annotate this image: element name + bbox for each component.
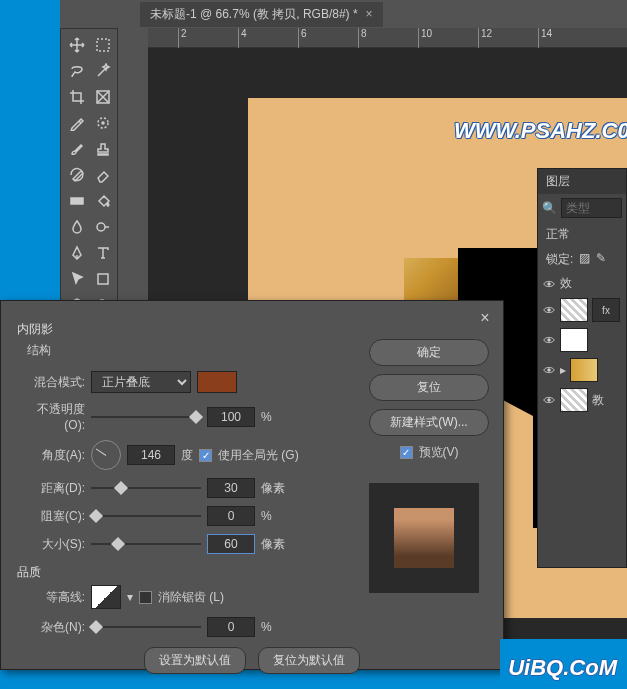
pen-tool-icon[interactable] (65, 241, 89, 265)
brush-tool-icon[interactable] (65, 137, 89, 161)
expand-icon[interactable]: ▸ (560, 363, 566, 377)
layer-row[interactable] (538, 325, 626, 355)
stamp-tool-icon[interactable] (91, 137, 115, 161)
angle-input[interactable] (127, 445, 175, 465)
reset-default-button[interactable]: 复位为默认值 (258, 647, 360, 674)
global-light-checkbox[interactable] (199, 449, 212, 462)
move-tool-icon[interactable] (65, 33, 89, 57)
lasso-tool-icon[interactable] (65, 59, 89, 83)
px-unit: 像素 (261, 536, 285, 553)
ruler-tick: 12 (478, 28, 492, 48)
history-brush-icon[interactable] (65, 163, 89, 187)
search-icon[interactable]: 🔍 (542, 201, 557, 215)
percent-unit: % (261, 620, 272, 634)
angle-label: 角度(A): (17, 447, 85, 464)
healing-tool-icon[interactable] (91, 111, 115, 135)
layers-panel: 图层 🔍 正常 锁定: ▨ ✎ 效 fx ▸ (537, 168, 627, 568)
svg-point-11 (547, 368, 551, 372)
svg-point-10 (547, 338, 551, 342)
blur-tool-icon[interactable] (65, 215, 89, 239)
chevron-down-icon[interactable]: ▾ (127, 590, 133, 604)
distance-input[interactable] (207, 478, 255, 498)
choke-slider[interactable] (91, 509, 201, 523)
distance-slider[interactable] (91, 481, 201, 495)
noise-input[interactable] (207, 617, 255, 637)
blend-mode-label: 混合模式: (17, 374, 85, 391)
angle-dial[interactable] (91, 440, 121, 470)
blend-mode-select[interactable]: 正常 (538, 222, 626, 247)
eraser-tool-icon[interactable] (91, 163, 115, 187)
blend-mode-select[interactable]: 正片叠底 (91, 371, 191, 393)
dialog-right-column: 确定 复位 新建样式(W)... 预览(V) (369, 339, 489, 593)
preview-checkbox[interactable] (400, 446, 413, 459)
dodge-tool-icon[interactable] (91, 215, 115, 239)
style-preview (369, 483, 479, 593)
choke-input[interactable] (207, 506, 255, 526)
gradient-tool-icon[interactable] (65, 189, 89, 213)
visibility-icon[interactable] (542, 393, 556, 407)
layer-row[interactable]: 教 (538, 385, 626, 415)
ruler-horizontal: 2 4 6 8 10 12 14 (148, 28, 627, 48)
svg-rect-4 (71, 198, 83, 204)
effects-label: 效 (560, 275, 572, 292)
layers-panel-title[interactable]: 图层 (538, 169, 626, 194)
svg-point-9 (547, 308, 551, 312)
px-unit: 像素 (261, 480, 285, 497)
size-slider[interactable] (91, 537, 201, 551)
antialias-label: 消除锯齿 (L) (158, 589, 224, 606)
ruler-tick: 6 (298, 28, 307, 48)
size-input[interactable] (207, 534, 255, 554)
set-default-button[interactable]: 设置为默认值 (144, 647, 246, 674)
contour-picker[interactable] (91, 585, 121, 609)
size-label: 大小(S): (17, 536, 85, 553)
layer-effects-row[interactable]: 效 (538, 272, 626, 295)
ruler-tick: 4 (238, 28, 247, 48)
ruler-tick: 10 (418, 28, 432, 48)
ruler-tick: 14 (538, 28, 552, 48)
layer-row[interactable]: ▸ (538, 355, 626, 385)
opacity-input[interactable] (207, 407, 255, 427)
opacity-label: 不透明度(O): (17, 401, 85, 432)
path-select-icon[interactable] (65, 267, 89, 291)
lock-icon[interactable]: ▨ (579, 251, 590, 268)
ruler-tick: 2 (178, 28, 187, 48)
lock-label: 锁定: (546, 251, 573, 268)
svg-point-5 (97, 223, 105, 231)
marquee-tool-icon[interactable] (91, 33, 115, 57)
opacity-slider[interactable] (91, 410, 201, 424)
svg-point-8 (547, 282, 551, 286)
shadow-color-swatch[interactable] (197, 371, 237, 393)
visibility-icon[interactable] (542, 303, 556, 317)
eyedropper-tool-icon[interactable] (65, 111, 89, 135)
document-tab[interactable]: 未标题-1 @ 66.7% (教 拷贝, RGB/8#) * × (140, 2, 383, 27)
visibility-icon[interactable] (542, 363, 556, 377)
visibility-icon[interactable] (542, 333, 556, 347)
frame-tool-icon[interactable] (91, 85, 115, 109)
crop-tool-icon[interactable] (65, 85, 89, 109)
bucket-tool-icon[interactable] (91, 189, 115, 213)
layers-filter-input[interactable] (561, 198, 622, 218)
type-tool-icon[interactable] (91, 241, 115, 265)
layers-lock-row: 锁定: ▨ ✎ (538, 247, 626, 272)
preview-label: 预览(V) (419, 444, 459, 461)
percent-unit: % (261, 410, 272, 424)
layer-name: 教 (592, 392, 604, 409)
brush-lock-icon[interactable]: ✎ (596, 251, 606, 268)
document-tabbar: 未标题-1 @ 66.7% (教 拷贝, RGB/8#) * × (60, 0, 627, 28)
bottom-bar: UiBQ.CoM (500, 639, 627, 689)
close-icon[interactable]: × (366, 7, 373, 21)
layers-filter: 🔍 (538, 194, 626, 222)
layer-thumbnail (560, 388, 588, 412)
visibility-icon[interactable] (542, 277, 556, 291)
toolbox (60, 28, 118, 322)
wand-tool-icon[interactable] (91, 59, 115, 83)
ok-button[interactable]: 确定 (369, 339, 489, 366)
shape-tool-icon[interactable] (91, 267, 115, 291)
noise-slider[interactable] (91, 620, 201, 634)
layer-row[interactable]: fx (538, 295, 626, 325)
new-style-button[interactable]: 新建样式(W)... (369, 409, 489, 436)
reset-button[interactable]: 复位 (369, 374, 489, 401)
antialias-checkbox[interactable] (139, 591, 152, 604)
distance-label: 距离(D): (17, 480, 85, 497)
close-icon[interactable]: × (475, 309, 495, 329)
